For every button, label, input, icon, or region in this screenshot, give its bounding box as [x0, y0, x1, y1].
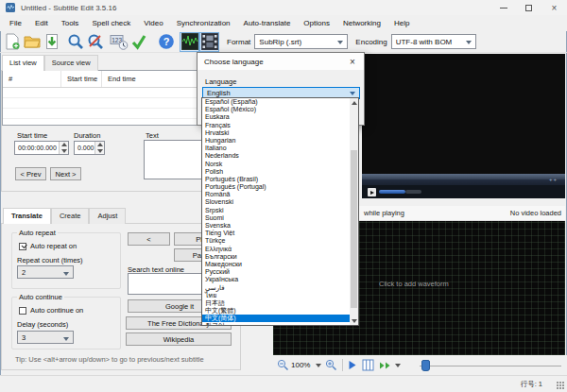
stepper-arrows[interactable] [59, 142, 68, 154]
language-option[interactable]: Italiano [202, 145, 350, 152]
language-option[interactable]: Română [202, 191, 350, 198]
column-header[interactable]: Start time [61, 71, 102, 87]
maximize-button[interactable] [516, 0, 541, 15]
language-list-scrollbar[interactable] [350, 98, 358, 325]
slider-thumb[interactable] [421, 360, 430, 371]
language-option[interactable]: Svenska [202, 222, 350, 230]
menu-item[interactable]: Auto-translate [237, 17, 298, 29]
language-option[interactable]: Hrvatski [202, 129, 350, 137]
language-option[interactable]: Tiếng Việt [202, 230, 350, 237]
zoom-level[interactable]: 100% [291, 361, 310, 369]
save-icon[interactable] [42, 32, 61, 52]
language-option[interactable]: Български [202, 253, 350, 261]
language-option[interactable]: Norsk [202, 161, 350, 168]
language-option[interactable]: 日本語 [202, 299, 350, 307]
language-option[interactable]: Українська [202, 276, 350, 283]
dialog-close-button[interactable]: × [341, 53, 364, 70]
zoom-in-icon[interactable] [325, 359, 337, 371]
language-option[interactable]: Ελληνικά [202, 246, 350, 253]
menu-item[interactable]: Edit [28, 17, 55, 29]
mode-tab[interactable]: Translate [3, 208, 51, 224]
delay-select[interactable]: 3 [17, 331, 74, 344]
menu-item[interactable]: Tools [55, 17, 86, 29]
duration-stepper[interactable]: 0.000 [74, 141, 105, 155]
language-option[interactable]: Español (España) [202, 98, 350, 106]
language-option[interactable]: Nederlands [202, 152, 350, 160]
chevron-down-icon [63, 272, 69, 276]
find-icon[interactable] [65, 32, 85, 52]
language-option[interactable]: Polish [202, 168, 350, 176]
language-option[interactable]: Türkçe [202, 237, 350, 245]
video-toggle-icon[interactable] [199, 32, 219, 52]
start-time-stepper[interactable]: 00:00:00.000 [14, 141, 69, 155]
language-option[interactable]: ไทย [202, 292, 350, 299]
chevron-down-icon[interactable] [395, 364, 401, 367]
close-button[interactable]: × [541, 0, 567, 15]
new-file-icon[interactable] [2, 32, 22, 52]
language-options: Español (España)Español (México)EuskaraF… [202, 98, 350, 325]
open-file-icon[interactable] [22, 32, 42, 52]
help-icon[interactable]: ? [156, 32, 176, 52]
language-option[interactable]: Português (Portugal) [202, 183, 350, 191]
waveform-hint: Click to add waveform [379, 280, 449, 288]
title-bar[interactable]: Untitled - Subtitle Edit 3.5.16 × [0, 0, 567, 15]
mode-tab[interactable]: Adjust [89, 208, 126, 224]
view-tab[interactable]: Source view [44, 55, 98, 71]
language-option[interactable]: Euskara [202, 113, 350, 121]
volume-handle[interactable] [405, 190, 421, 194]
menu-item[interactable]: Networking [336, 17, 387, 29]
next-button[interactable]: Next > [50, 167, 81, 180]
mode-tab[interactable]: Create [51, 208, 90, 224]
chevron-down-icon[interactable] [316, 364, 321, 367]
language-option[interactable]: Русский [202, 268, 350, 276]
dialog-title-bar[interactable]: Choose language × [198, 53, 364, 70]
position-slider[interactable] [420, 359, 561, 372]
zoom-out-icon[interactable] [277, 359, 289, 371]
language-option[interactable]: Français [202, 122, 350, 129]
format-select[interactable]: SubRip (.srt) [254, 34, 348, 49]
language-option[interactable]: Português (Brasil) [202, 176, 350, 183]
language-option[interactable]: Suomi [202, 214, 350, 222]
view-tab[interactable]: List view [2, 55, 44, 71]
scroll-up-icon[interactable] [350, 98, 358, 107]
spectrogram-columns-icon[interactable] [362, 359, 374, 371]
playback-speed-icon[interactable] [379, 361, 391, 370]
minimize-button[interactable] [490, 0, 516, 15]
menu-item[interactable]: File [3, 17, 28, 29]
language-option[interactable]: 中文(简体) [202, 315, 350, 322]
menu-item[interactable]: Synchronization [170, 17, 237, 29]
menu-item[interactable]: Options [297, 17, 336, 29]
video-seekbar[interactable]: ++ [362, 174, 565, 185]
language-option[interactable]: Español (México) [202, 106, 350, 113]
language-option[interactable]: فارسي [202, 284, 350, 292]
language-option[interactable]: 한국어 [202, 322, 350, 325]
encoding-select[interactable]: UTF-8 with BOM [391, 34, 476, 49]
replace-icon[interactable] [85, 32, 105, 52]
spell-check-icon[interactable] [129, 32, 148, 52]
repeat-count-select[interactable]: 2 [17, 265, 74, 279]
prev-button[interactable]: < Prev [15, 167, 46, 180]
language-option[interactable]: Македонски [202, 261, 350, 268]
language-option[interactable]: Slovenski [202, 198, 350, 206]
scrollbar-thumb[interactable] [351, 150, 357, 308]
play-icon[interactable] [368, 188, 376, 196]
resize-grip-icon[interactable] [557, 382, 564, 389]
menu-item[interactable]: Help [387, 17, 416, 29]
stepper-arrows[interactable] [94, 142, 104, 154]
wikipedia-button[interactable]: Wikipedia [126, 332, 232, 346]
menu-item[interactable]: Video [137, 17, 169, 29]
scroll-down-icon[interactable] [350, 316, 358, 325]
language-option[interactable]: Srpski [202, 207, 350, 214]
waveform-play-icon[interactable] [348, 360, 357, 370]
auto-repeat-checkbox[interactable] [19, 243, 26, 250]
arrow-down-icon [97, 149, 103, 153]
volume-slider[interactable] [379, 190, 405, 194]
column-header[interactable]: # [3, 71, 61, 87]
waveform-toggle-icon[interactable] [180, 32, 199, 52]
visual-sync-icon[interactable]: 123 [109, 32, 129, 52]
back-button[interactable]: < [128, 232, 170, 246]
menu-item[interactable]: Spell check [85, 17, 137, 29]
video-display[interactable] [362, 54, 565, 174]
auto-continue-checkbox[interactable] [19, 307, 26, 315]
language-option[interactable]: Hungarian [202, 137, 350, 145]
